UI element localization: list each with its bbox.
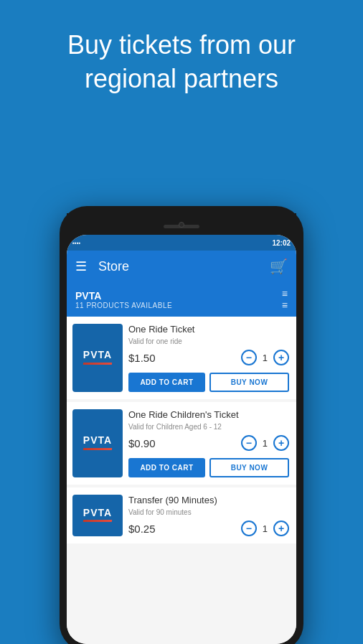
pvta-logo-transfer: PVTA	[72, 495, 123, 536]
cart-icon[interactable]: 🛒	[270, 258, 288, 275]
qty-decrease-one-ride[interactable]: −	[241, 350, 257, 365]
product-price-row-one-ride: $1.50 − 1 +	[128, 350, 289, 365]
buy-now-children[interactable]: BUY NOW	[209, 458, 289, 477]
product-price-transfer: $0.25	[128, 523, 156, 535]
filter-icon[interactable]: ≡≡	[282, 288, 288, 311]
hero-section: Buy tickets from our regional partners	[0, 0, 363, 118]
product-details-transfer: Transfer (90 Minutes) Valid for 90 minut…	[128, 495, 289, 536]
qty-decrease-children[interactable]: −	[241, 435, 257, 451]
qty-decrease-transfer[interactable]: −	[241, 521, 257, 536]
quantity-control-one-ride: − 1 +	[241, 350, 289, 365]
add-to-cart-one-ride[interactable]: ADD TO CART	[128, 373, 205, 392]
product-desc-one-ride: Valid for one ride	[128, 337, 289, 345]
hamburger-menu-button[interactable]: ☰	[75, 258, 87, 274]
product-card-transfer: PVTA Transfer (90 Minutes) Valid for 90 …	[67, 487, 296, 543]
buy-now-one-ride[interactable]: BUY NOW	[209, 373, 289, 392]
products-list: PVTA One Ride Ticket Valid for one ride …	[67, 317, 296, 644]
nav-title: Store	[98, 259, 270, 274]
qty-value-one-ride: 1	[263, 353, 268, 363]
qty-value-children: 1	[263, 438, 268, 449]
product-name-transfer: Transfer (90 Minutes)	[128, 495, 289, 505]
product-actions-children: ADD TO CART BUY NOW	[128, 458, 289, 477]
quantity-control-transfer: − 1 +	[241, 521, 289, 536]
qty-increase-children[interactable]: +	[273, 435, 289, 451]
phone-shell: ▪▪▪▪ 12:02 ☰ Store 🛒 PVTA 11 PRODUCTS AV…	[60, 206, 303, 644]
status-bar: ▪▪▪▪ 12:02	[67, 235, 296, 251]
phone-camera	[179, 222, 184, 228]
qty-increase-one-ride[interactable]: +	[273, 350, 289, 365]
product-actions-one-ride: ADD TO CART BUY NOW	[128, 373, 289, 392]
vendor-product-count: 11 PRODUCTS AVAILABLE	[75, 302, 172, 309]
phone-screen: ▪▪▪▪ 12:02 ☰ Store 🛒 PVTA 11 PRODUCTS AV…	[67, 235, 296, 644]
product-details-children: One Ride Children's Ticket Valid for Chi…	[128, 409, 289, 477]
nav-bar: ☰ Store 🛒	[67, 251, 296, 282]
product-desc-children: Valid for Children Aged 6 - 12	[128, 423, 289, 431]
product-desc-transfer: Valid for 90 minutes	[128, 508, 289, 516]
vendor-name: PVTA	[75, 290, 172, 302]
signal-icon: ▪▪▪▪	[72, 240, 80, 246]
product-name-one-ride: One Ride Ticket	[128, 324, 289, 335]
quantity-control-children: − 1 +	[241, 435, 289, 451]
product-price-one-ride: $1.50	[128, 352, 156, 364]
product-details-one-ride: One Ride Ticket Valid for one ride $1.50…	[128, 324, 289, 392]
vendor-info: PVTA 11 PRODUCTS AVAILABLE	[75, 290, 172, 309]
qty-value-transfer: 1	[263, 523, 268, 534]
product-price-children: $0.90	[128, 437, 156, 449]
status-bar-left: ▪▪▪▪	[72, 240, 269, 246]
pvta-logo-children: PVTA	[72, 409, 123, 477]
qty-increase-transfer[interactable]: +	[273, 521, 289, 536]
product-name-children: One Ride Children's Ticket	[128, 409, 289, 420]
vendor-header: PVTA 11 PRODUCTS AVAILABLE ≡≡	[67, 282, 296, 317]
status-time: 12:02	[272, 239, 291, 247]
add-to-cart-children[interactable]: ADD TO CART	[128, 458, 205, 477]
product-card-one-ride: PVTA One Ride Ticket Valid for one ride …	[67, 317, 296, 399]
hero-title: Buy tickets from our regional partners	[22, 29, 341, 96]
phone-notch	[67, 213, 296, 235]
product-price-row-children: $0.90 − 1 +	[128, 435, 289, 451]
product-price-row-transfer: $0.25 − 1 +	[128, 521, 289, 536]
pvta-logo-one-ride: PVTA	[72, 324, 123, 392]
product-card-children: PVTA One Ride Children's Ticket Valid fo…	[67, 402, 296, 485]
